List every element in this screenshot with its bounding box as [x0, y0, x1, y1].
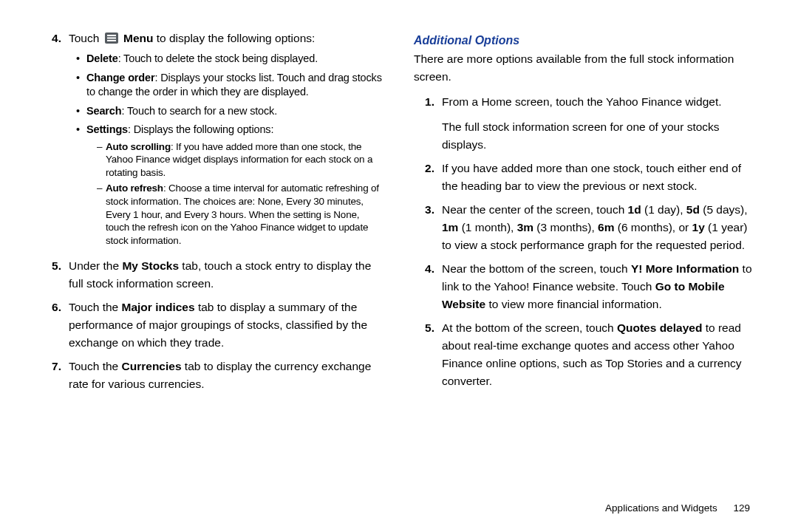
bullet-label: Settings [86, 123, 128, 135]
footer-page-number: 129 [733, 502, 750, 514]
dash-label: Auto scrolling [106, 141, 171, 152]
bullet-item: Settings: Displays the following options… [76, 123, 384, 247]
text-run: Near the bottom of the screen, touch [442, 262, 631, 275]
section-heading: Additional Options [414, 34, 757, 47]
step-number: 7. [41, 358, 69, 393]
bullet-item: Delete: Touch to delete the stock being … [76, 52, 384, 66]
footer-section: Applications and Widgets [605, 502, 717, 514]
text-run: to view more financial information. [485, 298, 662, 310]
text-run: (5 days), [700, 203, 748, 216]
text-run: (3 months), [533, 221, 598, 233]
text-run: Y! More Information [631, 262, 739, 275]
bullet-list: Delete: Touch to delete the stock being … [69, 52, 384, 247]
step-body: Touch the Currencies tab to display the … [69, 358, 384, 393]
text-run: Touch the [69, 360, 122, 372]
page-footer: Applications and Widgets 129 [605, 502, 750, 514]
menu-label: Menu [123, 32, 153, 44]
text-run: At the bottom of the screen, touch [442, 321, 617, 334]
text-run: (6 months), or [614, 221, 692, 233]
bullet-item: Search: Touch to search for a new stock. [76, 104, 384, 119]
text-run: 3m [517, 221, 533, 233]
text-run: Major indices [122, 301, 195, 313]
step-number: 5. [414, 319, 442, 390]
bullet-item: Change order: Displays your stocks list.… [76, 71, 384, 100]
bullet-label: Search [86, 105, 121, 117]
step-number: 3. [414, 201, 442, 254]
numbered-step: 3.Near the center of the screen, touch 1… [414, 201, 757, 254]
numbered-step: 6.Touch the Major indices tab to display… [41, 299, 384, 352]
intro-paragraph: There are more options available from th… [414, 50, 757, 86]
step-body: Near the bottom of the screen, touch Y! … [442, 260, 757, 313]
step-number: 5. [41, 257, 69, 293]
step-body: From a Home screen, touch the Yahoo Fina… [442, 93, 757, 154]
numbered-step: 5.Under the My Stocks tab, touch a stock… [41, 257, 384, 293]
step-body: If you have added more than one stock, t… [442, 160, 757, 195]
numbered-step: 7.Touch the Currencies tab to display th… [41, 358, 384, 393]
numbered-step: 4.Near the bottom of the screen, touch Y… [414, 260, 757, 313]
step-body: Near the center of the screen, touch 1d … [442, 201, 757, 254]
dash-label: Auto refresh [106, 183, 163, 194]
text-run: (1 day), [641, 203, 686, 216]
text-run: Near the center of the screen, touch [442, 203, 628, 216]
step-result: The full stock information screen for on… [442, 118, 757, 154]
step-body: At the bottom of the screen, touch Quote… [442, 319, 757, 390]
step-number: 4. [414, 260, 442, 313]
text-run: From a Home screen, touch the Yahoo Fina… [442, 95, 722, 108]
step-number: 4. [41, 30, 69, 251]
step-body: Touch Menu to display the following opti… [69, 30, 384, 251]
bullet-label: Delete [86, 52, 118, 64]
menu-icon [105, 33, 118, 44]
numbered-step: 2.If you have added more than one stock,… [414, 160, 757, 195]
text-run: 1y [692, 221, 705, 233]
text-run: 6m [598, 221, 614, 233]
dash-item: Auto refresh: Choose a time interval for… [97, 182, 384, 247]
text-run: Quotes delayed [617, 321, 702, 334]
numbered-step: 4.Touch Menu to display the following op… [41, 30, 384, 251]
text-run: Currencies [122, 360, 182, 372]
step-number: 2. [414, 160, 442, 195]
bullet-label: Change order [86, 72, 154, 83]
text-run: 5d [686, 203, 700, 216]
text-run: My Stocks [122, 259, 179, 272]
dash-item: Auto scrolling: If you have added more t… [97, 140, 384, 180]
numbered-step: 5.At the bottom of the screen, touch Quo… [414, 319, 757, 390]
right-column: Additional Options There are more option… [414, 30, 757, 399]
step-number: 6. [41, 299, 69, 352]
text-run: 1m [442, 221, 458, 233]
step-body: Touch the Major indices tab to display a… [69, 299, 384, 352]
left-column: 4.Touch Menu to display the following op… [41, 30, 384, 399]
text-run: If you have added more than one stock, t… [442, 162, 741, 192]
text-run: (1 month), [458, 221, 516, 233]
text-run: Under the [69, 259, 122, 272]
step-number: 1. [414, 93, 442, 154]
numbered-step: 1.From a Home screen, touch the Yahoo Fi… [414, 93, 757, 154]
text-run: Touch the [69, 301, 122, 313]
text-run: 1d [628, 203, 641, 216]
dash-list: Auto scrolling: If you have added more t… [86, 140, 384, 247]
step-body: Under the My Stocks tab, touch a stock e… [69, 257, 384, 293]
